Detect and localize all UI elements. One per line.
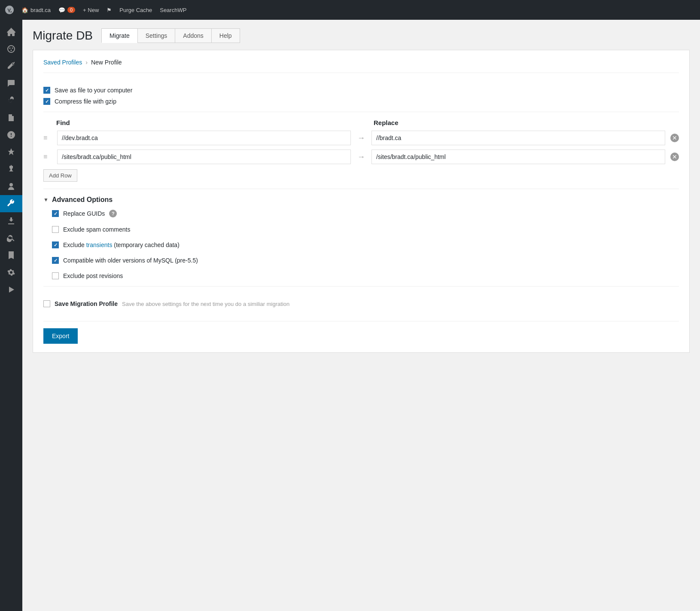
gear-icon	[7, 268, 15, 277]
main-layout: Migrate DB Migrate Settings Addons Help …	[0, 20, 700, 611]
pages-icon	[7, 113, 15, 122]
comment-count: 0	[67, 7, 75, 13]
tab-migrate[interactable]: Migrate	[101, 28, 137, 43]
sidebar-item-user[interactable]	[0, 178, 22, 195]
save-profile-desc: Save the above settings for the next tim…	[122, 301, 289, 307]
advanced-title: Advanced Options	[52, 196, 113, 204]
site-link[interactable]: 🏠 bradt.ca	[21, 7, 51, 13]
comments-link[interactable]: 💬 0	[58, 7, 75, 13]
advanced-header: ▼ Advanced Options	[43, 196, 679, 204]
exclude-transients-checkbox[interactable]	[52, 241, 59, 248]
page-title: Migrate DB	[33, 29, 93, 43]
purge-cache-link[interactable]: Purge Cache	[119, 7, 152, 13]
replace-guids-label: Replace GUIDs	[63, 210, 105, 217]
compress-checkbox[interactable]	[43, 98, 50, 105]
sidebar-item-comments[interactable]	[0, 75, 22, 92]
save-as-file-checkbox[interactable]	[43, 87, 50, 94]
page-header: Migrate DB Migrate Settings Addons Help	[33, 28, 690, 43]
help-icon[interactable]: ?	[109, 210, 117, 217]
remove-row-1-button[interactable]: ✕	[670, 134, 679, 142]
find-input-2[interactable]	[57, 150, 351, 164]
compat-mysql-row: Compatible with older versions of MySQL …	[52, 257, 679, 264]
breadcrumb-link[interactable]: Saved Profiles	[43, 59, 82, 66]
home-icon: 🏠	[21, 7, 28, 13]
find-replace-section: Find Replace ≡ → ✕ ≡	[43, 112, 679, 189]
breadcrumb-current: New Profile	[91, 59, 122, 66]
exclude-revisions-row: Exclude post revisions	[52, 272, 679, 279]
exclude-transients-label: Exclude transients (temporary cached dat…	[63, 241, 180, 248]
feedback-icon	[7, 131, 15, 139]
compress-row: Compress file with gzip	[43, 98, 679, 105]
tab-addons[interactable]: Addons	[175, 28, 211, 43]
exclude-revisions-checkbox[interactable]	[52, 272, 59, 279]
edit-icon	[7, 62, 15, 70]
add-row-button[interactable]: Add Row	[43, 169, 77, 182]
remove-row-2-button[interactable]: ✕	[670, 153, 679, 161]
sidebar-item-dashboard[interactable]	[0, 23, 22, 40]
site-name: bradt.ca	[30, 7, 51, 13]
sidebar-item-feedback[interactable]	[0, 126, 22, 144]
sidebar-item-pages[interactable]	[0, 109, 22, 126]
new-item-link[interactable]: + New	[83, 7, 99, 13]
exclude-revisions-label: Exclude post revisions	[63, 272, 123, 279]
replace-label: Replace	[374, 119, 665, 126]
sidebar-item-gear[interactable]	[0, 264, 22, 281]
comments-icon	[7, 79, 15, 88]
sidebar-item-search[interactable]	[0, 229, 22, 247]
advanced-options-list: Replace GUIDs ? Exclude spam comments Ex…	[43, 210, 679, 279]
pin-icon	[7, 148, 15, 156]
content-panel: Saved Profiles › New Profile Save as fil…	[33, 50, 690, 353]
sidebar-item-tools[interactable]	[0, 195, 22, 212]
link-icon	[7, 96, 15, 105]
replace-guids-checkbox[interactable]	[52, 210, 59, 217]
breadcrumb-separator: ›	[85, 59, 88, 66]
save-profile-checkbox[interactable]	[43, 300, 50, 307]
exclude-spam-checkbox[interactable]	[52, 226, 59, 233]
wp-logo-icon	[5, 6, 14, 14]
replace-input-2[interactable]	[371, 150, 665, 164]
find-input-1[interactable]	[57, 131, 351, 145]
drag-handle-icon[interactable]: ≡	[43, 134, 52, 142]
sidebar-item-pin[interactable]	[0, 144, 22, 161]
save-profile-row: Save Migration Profile Save the above se…	[43, 293, 679, 314]
table-row: ≡ → ✕	[43, 150, 679, 164]
sidebar-item-link[interactable]	[0, 92, 22, 109]
tabs: Migrate Settings Addons Help	[101, 28, 240, 43]
breadcrumb: Saved Profiles › New Profile	[43, 59, 679, 73]
wp-logo-item[interactable]	[5, 6, 14, 14]
find-replace-header: Find Replace	[43, 119, 679, 126]
searchwp-label: SearchWP	[160, 7, 186, 13]
compat-mysql-label: Compatible with older versions of MySQL …	[63, 257, 198, 264]
sidebar-item-palette[interactable]	[0, 40, 22, 58]
sidebar-item-plugin[interactable]	[0, 161, 22, 178]
replace-input-1[interactable]	[371, 131, 665, 145]
sidebar-item-book[interactable]	[0, 247, 22, 264]
import-icon	[7, 217, 15, 225]
tab-help[interactable]: Help	[211, 28, 240, 43]
save-as-file-label: Save as file to your computer	[55, 87, 132, 94]
wrench-icon	[7, 199, 15, 208]
exclude-spam-label: Exclude spam comments	[63, 226, 130, 233]
sidebar-item-import[interactable]	[0, 212, 22, 229]
svg-point-0	[8, 46, 15, 52]
yoast-icon[interactable]: ⚑	[107, 7, 112, 13]
admin-bar: 🏠 bradt.ca 💬 0 + New ⚑ Purge Cache Searc…	[0, 0, 700, 20]
find-replace-rows: ≡ → ✕ ≡ → ✕	[43, 131, 679, 164]
sidebar-item-edit[interactable]	[0, 58, 22, 75]
sidebar-item-play[interactable]	[0, 281, 22, 298]
comment-icon: 💬	[58, 7, 65, 13]
save-as-file-row: Save as file to your computer	[43, 87, 679, 94]
searchwp-link[interactable]: SearchWP	[160, 7, 186, 13]
save-options-section: Save as file to your computer Compress f…	[43, 80, 679, 112]
drag-handle-icon[interactable]: ≡	[43, 153, 52, 161]
export-button[interactable]: Export	[43, 328, 78, 344]
transients-link[interactable]: transients	[86, 241, 113, 248]
tab-settings[interactable]: Settings	[137, 28, 175, 43]
save-profile-section: Save Migration Profile Save the above se…	[43, 287, 679, 321]
collapse-icon[interactable]: ▼	[43, 197, 49, 203]
new-label: + New	[83, 7, 99, 13]
compat-mysql-checkbox[interactable]	[52, 257, 59, 264]
svg-point-2	[12, 48, 13, 49]
save-profile-label: Save Migration Profile	[55, 300, 118, 307]
svg-point-3	[11, 50, 12, 51]
